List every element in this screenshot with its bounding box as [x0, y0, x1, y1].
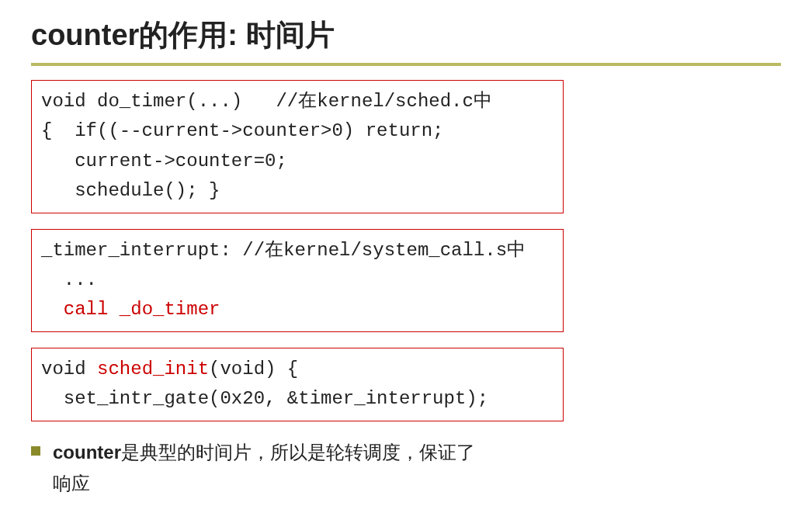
code-block-do-timer: void do_timer(...) //在kernel/sched.c中 { …	[31, 80, 564, 213]
code-text: 在	[265, 240, 283, 261]
code-line-highlight: call _do_timer	[64, 299, 220, 320]
slide-title: counter的作用: 时间片	[31, 16, 781, 55]
code-text: kernel/sched.c	[317, 91, 474, 112]
title-rule	[31, 63, 781, 66]
code-line: schedule(); }	[41, 180, 220, 201]
bullet-continuation: 响应	[53, 468, 781, 500]
code-text: 在	[298, 91, 317, 112]
bullet-square-icon	[31, 446, 40, 456]
code-line-highlight: sched_init	[97, 359, 209, 380]
bullet-item: counter是典型的时间片，所以是轮转调度，保证了	[31, 437, 781, 469]
bullet-list: counter是典型的时间片，所以是轮转调度，保证了	[31, 437, 781, 469]
code-line: void	[41, 359, 97, 380]
code-line: current->counter=0;	[41, 151, 287, 172]
bullet-text: 是典型的时间片，所以是轮转调度，保证了	[121, 442, 475, 463]
code-line: void do_timer(...) //	[41, 91, 298, 112]
code-line: (void) {	[209, 359, 298, 380]
code-text: 中	[474, 91, 492, 112]
code-line: set_intr_gate(0x20, &timer_interrupt);	[41, 388, 488, 409]
code-text: kernel/system_call.s	[283, 240, 507, 261]
code-line: { if((--current->counter>0) return;	[41, 120, 443, 141]
bullet-bold: counter	[53, 442, 121, 463]
code-line: _timer_interrupt: //	[41, 240, 265, 261]
code-line: ...	[41, 269, 97, 290]
code-block-timer-interrupt: _timer_interrupt: //在kernel/system_call.…	[31, 229, 564, 332]
code-line	[41, 299, 64, 320]
code-block-sched-init: void sched_init(void) { set_intr_gate(0x…	[31, 348, 564, 421]
slide-page: counter的作用: 时间片 void do_timer(...) //在ke…	[0, 0, 812, 515]
code-text: 中	[507, 240, 526, 261]
